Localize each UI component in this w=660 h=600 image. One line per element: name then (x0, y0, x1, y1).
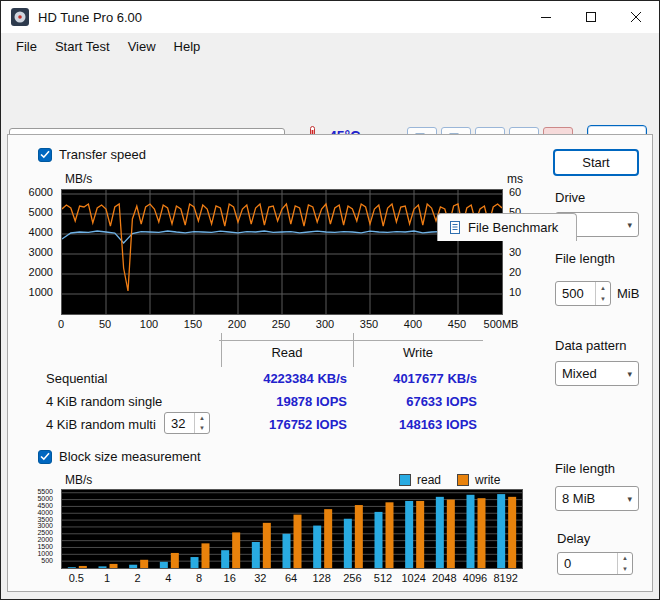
row-label-random-multi: 4 KiB random multi (46, 417, 156, 432)
block-y-tick-label: 3000 (37, 522, 53, 529)
queue-depth-spinner[interactable]: 32 ▲▼ (164, 412, 210, 434)
benchmark-page-icon (448, 220, 462, 235)
block-y-tick-label: 500 (41, 557, 53, 564)
menu-view[interactable]: View (119, 35, 165, 58)
title-bar: HD Tune Pro 6.00 (1, 1, 659, 33)
start-button[interactable]: Start (553, 149, 639, 176)
x-axis-tick-label: 450 (448, 318, 466, 330)
block-file-length-select[interactable]: 8 MiB ▾ (555, 486, 639, 511)
column-header-read: Read (221, 345, 353, 360)
menu-file[interactable]: File (7, 35, 46, 58)
data-pattern-select[interactable]: Mixed ▾ (555, 361, 639, 386)
transfer-xticks: 050100150200250300350400450500MB (61, 318, 501, 332)
app-icon (11, 8, 29, 26)
x-axis-tick-label: 250 (272, 318, 290, 330)
block-yticks: 5001000150020002500300035004000450050005… (25, 489, 57, 567)
block-y-tick-label: 3500 (37, 516, 53, 523)
random-multi-write-value: 148163 IOPS (357, 417, 477, 432)
checkbox-checked-icon (38, 148, 52, 162)
row-label-random-single: 4 KiB random single (46, 394, 162, 409)
y-axis-tick-label: 6000 (29, 186, 53, 198)
checkbox-checked-icon (38, 450, 52, 464)
column-header-write: Write (353, 345, 483, 360)
block-x-tick-label: 8192 (493, 572, 517, 584)
file-length-label: File length (555, 251, 615, 266)
spin-down-icon[interactable]: ▼ (618, 564, 632, 575)
menu-bar: File Start Test View Help (1, 33, 659, 59)
block-x-tick-label: 256 (343, 572, 361, 584)
x-axis-tick-label: 150 (184, 318, 202, 330)
block-size-checkbox[interactable]: Block size measurement (38, 449, 201, 464)
transfer-yticks-left: 100020003000400050006000 (19, 189, 57, 313)
window-controls (524, 1, 659, 33)
legend-write-swatch (457, 474, 469, 486)
y-axis-tick-label: 3000 (29, 246, 53, 258)
block-file-length-label: File length (555, 461, 615, 476)
block-xticks: 0.512481632641282565121024204840968192 (61, 572, 521, 586)
spin-up-icon[interactable]: ▲ (596, 282, 610, 294)
x-axis-tick-label: 400 (404, 318, 422, 330)
delay-spinner[interactable]: 0 ▲▼ (557, 552, 633, 575)
spin-down-icon[interactable]: ▼ (596, 294, 610, 306)
transfer-speed-checkbox[interactable]: Transfer speed (38, 147, 146, 162)
transfer-right-axis-unit: ms (507, 172, 523, 186)
sequential-write-value: 4017677 KB/s (357, 371, 477, 386)
chevron-down-icon: ▾ (621, 494, 632, 504)
x-axis-tick-label: 350 (360, 318, 378, 330)
block-y-tick-label: 5000 (37, 495, 53, 502)
block-x-tick-label: 1024 (401, 572, 425, 584)
close-button[interactable] (614, 1, 659, 33)
legend-read-swatch (399, 474, 411, 486)
block-x-tick-label: 64 (285, 572, 297, 584)
legend-write-label: write (475, 473, 500, 487)
block-x-tick-label: 2048 (432, 572, 456, 584)
block-x-tick-label: 512 (374, 572, 392, 584)
x-axis-tick-label: 500MB (484, 318, 519, 330)
block-x-tick-label: 32 (254, 572, 266, 584)
row-label-sequential: Sequential (46, 371, 107, 386)
block-size-chart (61, 489, 523, 569)
sequential-read-value: 4223384 KB/s (225, 371, 347, 386)
block-y-tick-label: 2000 (37, 536, 53, 543)
toolbar: KINGSTON SNV3SM32T0 ▾ 45°C Exit (1, 59, 659, 105)
table-divider-horizontal (219, 340, 483, 341)
block-y-tick-label: 2500 (37, 529, 53, 536)
menu-start-test[interactable]: Start Test (46, 35, 119, 58)
block-y-tick-label: 4000 (37, 509, 53, 516)
file-length-unit: MiB (617, 286, 639, 301)
right-axis-tick-label: 60 (509, 186, 521, 198)
right-axis-tick-label: 30 (509, 246, 521, 258)
block-chart-legend: read write (399, 473, 500, 487)
legend-read-label: read (417, 473, 441, 487)
x-axis-tick-label: 50 (99, 318, 111, 330)
right-axis-tick-label: 20 (509, 266, 521, 278)
spin-up-icon[interactable]: ▲ (618, 553, 632, 564)
transfer-speed-chart (61, 189, 503, 315)
menu-help[interactable]: Help (165, 35, 210, 58)
transfer-yticks-right: 102030405060 (507, 189, 537, 313)
window-title: HD Tune Pro 6.00 (38, 10, 142, 25)
x-axis-tick-label: 100 (140, 318, 158, 330)
y-axis-tick-label: 2000 (29, 266, 53, 278)
block-x-tick-label: 4096 (463, 572, 487, 584)
block-x-tick-label: 16 (224, 572, 236, 584)
maximize-button[interactable] (569, 1, 614, 33)
delay-label: Delay (557, 531, 590, 546)
block-x-tick-label: 4 (165, 572, 171, 584)
block-y-axis-unit: MB/s (65, 473, 92, 487)
block-x-tick-label: 2 (135, 572, 141, 584)
random-multi-read-value: 176752 IOPS (225, 417, 347, 432)
block-x-tick-label: 0.5 (69, 572, 84, 584)
chevron-down-icon: ▾ (621, 220, 632, 230)
spin-up-icon[interactable]: ▲ (195, 413, 209, 423)
block-y-tick-label: 1000 (37, 550, 53, 557)
block-chart-plot (62, 490, 522, 568)
file-length-spinner[interactable]: 500 ▲▼ (555, 281, 611, 306)
block-x-tick-label: 1 (104, 572, 110, 584)
minimize-button[interactable] (524, 1, 569, 33)
spin-down-icon[interactable]: ▼ (195, 423, 209, 433)
block-y-tick-label: 1500 (37, 543, 53, 550)
x-axis-tick-label: 0 (58, 318, 64, 330)
y-axis-tick-label: 5000 (29, 206, 53, 218)
tab-file-benchmark[interactable]: File Benchmark (437, 213, 577, 241)
